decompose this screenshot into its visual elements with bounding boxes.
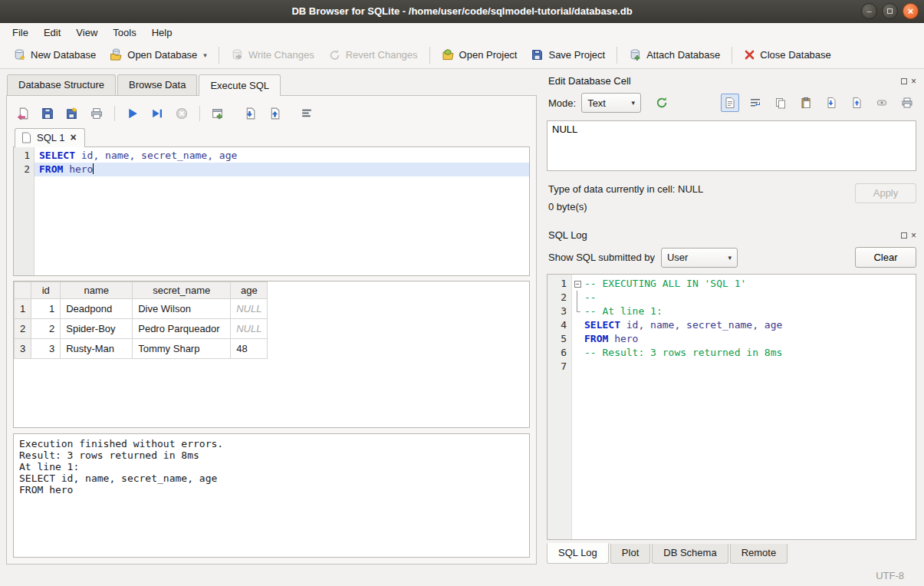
save-sql-file-button[interactable] [38,104,58,123]
close-button[interactable]: × [903,3,919,19]
export-sql-button[interactable] [265,104,284,123]
close-database-button[interactable]: Close Database [737,46,838,64]
log-line-number: 5 [547,332,572,346]
export-cell-data-button[interactable] [847,94,866,112]
new-database-button[interactable]: New Database [6,45,103,64]
open-database-label: Open Database [127,49,197,61]
window-title: DB Browser for SQLite - /home/user/code/… [0,5,924,17]
bottom-dock-tab-bar: SQL Log Plot DB Schema Remote [547,545,918,565]
cell-age[interactable]: NULL [231,319,268,339]
cell-name[interactable]: Deadpond [61,299,133,319]
log-line: 2 -- [547,291,916,305]
cell-name[interactable]: Spider-Boy [61,319,133,339]
menu-edit[interactable]: Edit [36,25,68,41]
execution-message-area[interactable]: Execution finished without errors. Resul… [13,433,530,558]
row-number[interactable]: 3 [15,339,31,359]
column-header-secret-name[interactable]: secret_name [133,282,231,299]
code-line-2: FROM hero [35,163,529,176]
mode-select[interactable]: Text ▾ [581,93,641,113]
results-grid-area: id name secret_name age 1 1 Deadpond Div… [13,281,530,428]
open-sql-file-button[interactable] [13,104,33,123]
execute-current-line-button[interactable] [147,104,167,123]
cell-secret-name[interactable]: Tommy Sharp [133,339,231,359]
log-line: 4 SELECT id, name, secret_name, age [547,318,916,332]
tab-execute-sql[interactable]: Execute SQL [199,74,281,96]
copy-icon [774,97,787,109]
cell-type-info: Type of data currently in cell: NULL [548,180,855,198]
cell-secret-name[interactable]: Pedro Parqueador [133,319,231,339]
tab-remote[interactable]: Remote [730,544,788,564]
tab-plot[interactable]: Plot [610,544,650,564]
minimize-button[interactable]: – [861,3,877,19]
new-database-label: New Database [31,49,96,61]
clear-log-button[interactable]: Clear [855,247,916,268]
row-number[interactable]: 2 [15,319,31,339]
save-project-button[interactable]: Save Project [524,45,612,64]
cell-age[interactable]: 48 [231,339,268,359]
open-project-label: Open Project [459,49,518,61]
sql-log-filter-row: Show SQL submitted by User ▾ Clear [548,247,916,268]
window-controls: – × [861,3,919,19]
cell-value-editor[interactable]: NULL [547,120,916,171]
sql-identifiers: id, name, secret_name, age [75,150,237,161]
row-number[interactable]: 1 [15,299,31,319]
cell-id[interactable]: 3 [31,339,61,359]
cell-id[interactable]: 2 [31,319,61,339]
menu-view[interactable]: View [68,25,105,41]
attach-database-button[interactable]: Attach Database [622,45,727,64]
fold-marker[interactable]: − [572,277,583,291]
menu-help[interactable]: Help [144,25,180,41]
cell-secret-name[interactable]: Dive Wilson [133,299,231,319]
float-dock-icon[interactable] [901,232,907,239]
sql-log-header: SQL Log × [545,229,918,244]
set-null-button[interactable] [873,94,891,112]
column-header-name[interactable]: name [61,282,133,299]
auto-update-button[interactable] [652,93,672,113]
column-header-age[interactable]: age [231,282,268,299]
import-cell-data-button[interactable] [822,94,840,112]
print-sql-button[interactable] [87,104,107,123]
log-line: 5 FROM hero [547,332,916,346]
log-line: 7 [547,360,916,374]
cell-name[interactable]: Rusty-Man [61,339,133,359]
maximize-button[interactable] [882,3,898,19]
float-dock-icon[interactable] [901,78,907,84]
log-comment: -- At line 1: [583,305,663,318]
tab-browse-data[interactable]: Browse Data [117,74,197,96]
cell-age[interactable]: NULL [231,299,268,319]
sql-code-editor[interactable]: 1 2 SELECT id, name, secret_name, age FR… [13,146,530,276]
edit-cell-title: Edit Database Cell [548,75,901,87]
editor-code[interactable]: SELECT id, name, secret_name, age FROM h… [35,147,529,275]
sql-log-view[interactable]: 1 − -- EXECUTING ALL IN 'SQL 1' 2 -- 3 -… [547,274,916,540]
open-project-button[interactable]: Open Project [435,45,524,64]
stop-execution-button [172,104,192,123]
open-database-dropdown-icon[interactable]: ▾ [203,51,207,59]
sql-tab-1[interactable]: SQL 1 × [15,128,85,147]
print-cell-button[interactable] [898,94,916,112]
tab-database-structure[interactable]: Database Structure [7,74,116,96]
submitted-by-select[interactable]: User ▾ [661,248,738,268]
new-sql-tab-button[interactable] [208,104,228,123]
execute-all-button[interactable] [123,104,143,123]
text-mode-button[interactable] [721,94,739,112]
open-database-button[interactable]: Open Database ▾ [103,45,214,64]
column-header-id[interactable]: id [31,282,61,299]
format-sql-button[interactable] [297,104,317,123]
log-comment: -- Result: 3 rows returned in 8ms [583,346,782,360]
word-wrap-button[interactable] [746,94,765,112]
tab-sql-log[interactable]: SQL Log [547,543,609,564]
copy-cell-button[interactable] [771,94,790,112]
tab-db-schema[interactable]: DB Schema [652,544,728,564]
cell-id[interactable]: 1 [31,299,61,319]
close-dock-icon[interactable]: × [911,232,916,239]
save-sql-as-button[interactable] [62,104,82,123]
menu-tools[interactable]: Tools [105,25,143,41]
sql-tab-close-icon[interactable]: × [70,133,76,142]
execute-sql-panel: SQL 1 × 1 2 SELECT id, name, secret_name… [6,95,537,565]
import-sql-button[interactable] [240,104,260,123]
close-dock-icon[interactable]: × [911,78,916,84]
menu-file[interactable]: File [5,25,36,41]
save-project-label: Save Project [548,49,605,61]
corner-cell [15,282,31,299]
paste-cell-button[interactable] [797,94,815,112]
